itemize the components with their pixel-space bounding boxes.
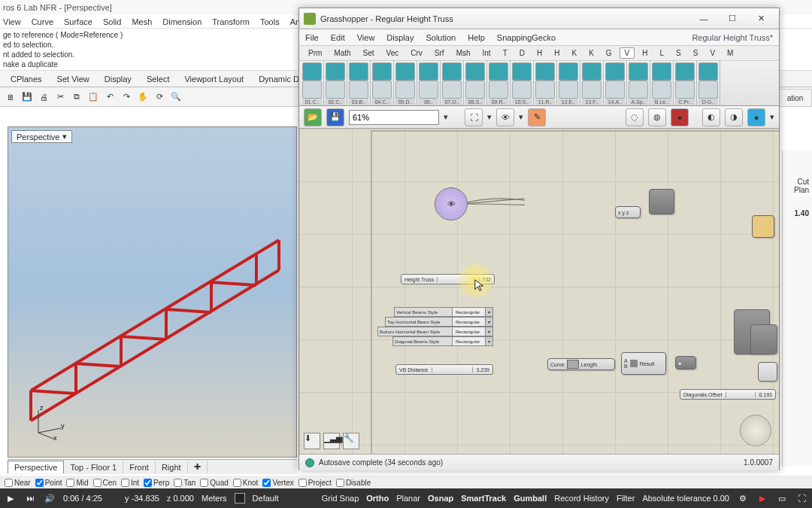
save-icon[interactable]: 💾: [326, 108, 344, 126]
redo-icon[interactable]: ↷: [119, 90, 134, 105]
cat-g[interactable]: G: [601, 48, 617, 58]
ribbon-icon[interactable]: [489, 81, 508, 99]
cut-icon[interactable]: ✂: [53, 90, 68, 105]
ribbon-icon[interactable]: [559, 62, 578, 81]
tab-top[interactable]: Top - Floor 1: [64, 461, 123, 473]
cat-vec[interactable]: Vec: [382, 48, 404, 58]
ribbon-icon[interactable]: [349, 81, 368, 99]
tab-display[interactable]: Display: [98, 73, 138, 85]
ribbon-icon[interactable]: [372, 81, 392, 99]
osnap-bar[interactable]: Near Point Mid Cen Int Perp Tan Quad Kno…: [0, 476, 812, 489]
ribbon-group[interactable]: B.Le..: [650, 61, 674, 105]
ribbon-group[interactable]: C.Pr..: [674, 61, 697, 105]
ribbon-icon[interactable]: [698, 81, 718, 99]
cluster-node[interactable]: [750, 324, 777, 354]
ribbon-group[interactable]: 03.B..: [347, 61, 371, 105]
ribbon-icon[interactable]: [605, 81, 625, 99]
tab-cplanes[interactable]: CPlanes: [5, 73, 48, 85]
status-filter[interactable]: Filter: [617, 494, 635, 503]
menu-view[interactable]: View: [357, 33, 375, 42]
preview-mesh-icon[interactable]: ●: [747, 108, 765, 126]
ribbon-icon[interactable]: [605, 62, 625, 81]
open-icon[interactable]: 📂: [304, 108, 322, 126]
ribbon-icon[interactable]: [629, 62, 648, 81]
tab-setview[interactable]: Set View: [51, 73, 95, 85]
ribbon-icon[interactable]: [675, 62, 695, 81]
row-value[interactable]: Rectangular: [453, 336, 486, 346]
ribbon-group[interactable]: 01.C..: [301, 61, 324, 105]
menu-edit[interactable]: Edit: [331, 33, 345, 42]
cat-h[interactable]: H: [532, 48, 547, 58]
gh-canvas[interactable]: 👁 x y z Height Truss 1.732 Vertical Beam…: [299, 129, 779, 454]
ribbon-group[interactable]: 02.C..: [324, 61, 347, 105]
osnap-cen[interactable]: Cen: [93, 479, 117, 487]
video-controls[interactable]: ▶ ⏭ 🔊 0:06 / 4:25 y -34.835 z 0.000 Mete…: [0, 488, 812, 508]
chevron-down-icon[interactable]: ▾: [487, 112, 492, 122]
status-gridsnap[interactable]: Grid Snap: [322, 494, 359, 503]
gh-menu[interactable]: File Edit View Display Solution Help Sna…: [299, 29, 779, 46]
ribbon-icon[interactable]: [395, 62, 415, 81]
cat-d[interactable]: D: [515, 48, 529, 58]
ribbon-icon[interactable]: [372, 62, 392, 81]
cat-srf[interactable]: Srf: [430, 48, 449, 58]
fullscreen-icon[interactable]: ⛶: [795, 492, 807, 504]
tab-viewport-layout[interactable]: Viewport Layout: [178, 73, 250, 85]
menu-help[interactable]: Help: [468, 33, 485, 42]
chevron-down-icon[interactable]: ▾: [519, 112, 523, 122]
only-selected-icon[interactable]: ◐: [702, 108, 720, 126]
menu-tools[interactable]: Tools: [260, 17, 280, 26]
cat-t[interactable]: T: [498, 48, 512, 58]
gh-category-tabs[interactable]: Prm Math Set Vec Crv Srf Msh Int T D H H…: [299, 46, 779, 61]
ribbon-icon[interactable]: [559, 81, 578, 99]
chevron-down-icon[interactable]: ▾: [486, 317, 493, 327]
add-view-icon[interactable]: ✚: [188, 461, 208, 473]
component-node[interactable]: [649, 189, 674, 214]
menu-curve[interactable]: Curve: [32, 17, 53, 26]
maximize-icon[interactable]: ☐: [719, 11, 746, 26]
menu-solid[interactable]: Solid: [103, 17, 121, 26]
save-icon[interactable]: 💾: [20, 90, 35, 105]
curve-param-node[interactable]: 👁: [435, 187, 468, 221]
cat-m[interactable]: M: [723, 48, 738, 58]
viewport-tabs[interactable]: Perspective Top - Floor 1 Front Right ✚: [8, 459, 297, 474]
ribbon-group[interactable]: 13.F..: [580, 61, 604, 105]
ribbon-group[interactable]: 08.S..: [464, 61, 487, 105]
preview-shaded-icon[interactable]: ●: [671, 108, 689, 126]
layer-color-icon[interactable]: [235, 493, 245, 503]
status-planar[interactable]: Planar: [396, 494, 420, 503]
ribbon-icon[interactable]: [442, 81, 462, 99]
menu-solution[interactable]: Solution: [426, 33, 456, 42]
cat-prm[interactable]: Prm: [304, 48, 326, 58]
cat-h3[interactable]: H: [638, 48, 652, 58]
chevron-down-icon[interactable]: ▾: [444, 112, 448, 122]
zoom-select[interactable]: [349, 110, 439, 125]
minimize-icon[interactable]: —: [690, 11, 717, 26]
ribbon-group[interactable]: 09.R..: [487, 61, 511, 105]
copy-icon[interactable]: ⧉: [69, 90, 84, 105]
undo-icon[interactable]: ↶: [102, 90, 117, 105]
cat-v2[interactable]: V: [705, 48, 720, 58]
curve-length-node[interactable]: Curve Length: [547, 358, 615, 370]
expression-node[interactable]: AB Result: [621, 352, 666, 375]
theater-icon[interactable]: ▭: [776, 492, 788, 504]
cat-s[interactable]: S: [671, 48, 686, 58]
ribbon-icon[interactable]: [652, 81, 671, 99]
ribbon-icon[interactable]: [512, 62, 532, 81]
gh-titlebar[interactable]: Grasshopper - Regular Height Truss — ☐ ✕: [299, 8, 779, 29]
sketch-icon[interactable]: ✎: [528, 108, 546, 126]
menu-snappinggecko[interactable]: SnappingGecko: [497, 33, 556, 42]
volume-icon[interactable]: 🔊: [44, 492, 56, 504]
youtube-icon[interactable]: ▶: [756, 492, 768, 504]
cat-msh[interactable]: Msh: [452, 48, 475, 58]
gh-doc-label[interactable]: Regular Height Truss*: [692, 33, 773, 42]
ribbon-icon[interactable]: [326, 81, 345, 99]
grasshopper-window[interactable]: Grasshopper - Regular Height Truss — ☐ ✕…: [298, 8, 780, 470]
ribbon-icon[interactable]: [675, 81, 695, 99]
osnap-knot[interactable]: Knot: [233, 479, 259, 487]
ribbon-icon[interactable]: [395, 81, 415, 99]
tab-right[interactable]: Right: [156, 461, 188, 473]
preview-icon[interactable]: 👁: [496, 108, 514, 126]
ribbon-icon[interactable]: [535, 62, 555, 81]
ribbon-icon[interactable]: [582, 62, 601, 81]
gh-canvas-toolbar[interactable]: 📂 💾 ▾ ⛶ ▾ 👁 ▾ ✎ ◌ ◍ ● ◐ ◑ ● ▾: [299, 106, 779, 129]
